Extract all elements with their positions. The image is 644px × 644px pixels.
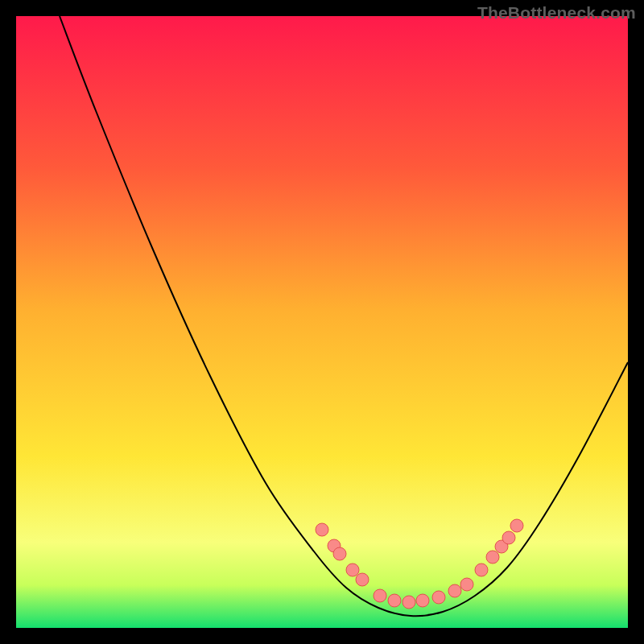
data-point [374, 589, 386, 602]
data-point [486, 551, 499, 564]
chart-frame [16, 16, 628, 628]
data-point [346, 564, 359, 576]
data-point [388, 594, 401, 607]
data-point [356, 573, 369, 586]
data-point [502, 531, 515, 544]
data-point [510, 519, 523, 532]
data-point [316, 523, 328, 536]
data-point [460, 578, 473, 591]
attribution-text: TheBottleneck.com [477, 3, 636, 23]
data-point [475, 564, 488, 576]
bottleneck-chart [16, 16, 628, 628]
data-point [432, 591, 445, 604]
data-point [448, 584, 461, 597]
data-point [416, 594, 429, 607]
data-point [333, 547, 346, 560]
data-point [402, 596, 415, 609]
